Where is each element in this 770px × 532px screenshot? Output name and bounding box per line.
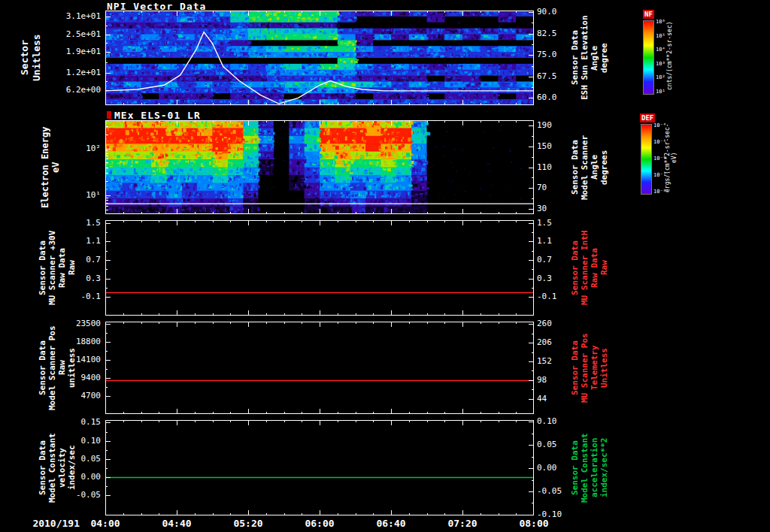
right-axis-tick-label: 1.1 [537, 236, 574, 246]
right-axis-title-line: degrees [599, 120, 609, 214]
x-axis-tick-label: 04:00 [80, 518, 131, 529]
npi-spectrogram-canvas [105, 11, 534, 105]
colorbar-tick-label: 10³ [656, 61, 665, 67]
x-axis-tick-label: 07:20 [437, 518, 488, 529]
right-axis-title-line: ESH Sun Elevation [580, 11, 590, 105]
left-axis-title-line: Raw Data [57, 220, 67, 316]
colorbar-tick-label: 10⁻⁵ [653, 139, 666, 145]
right-axis-tick-label: -0.1 [537, 292, 574, 302]
right-axis-tick-label: 260 [537, 319, 574, 329]
right-axis-title-line: Angle [590, 11, 599, 105]
right-axis-tick-label: 60.0 [537, 92, 574, 103]
right-axis-tick-label: 0.05 [537, 440, 574, 450]
left-axis-title-line: index/sec [67, 420, 77, 515]
def-colorbar-title: DEF [640, 113, 655, 122]
right-axis-tick-label: 67.5 [537, 71, 574, 82]
left-axis-tick-label: 1.9e+01 [51, 47, 101, 57]
model-scanner-pos-plot-canvas [105, 322, 534, 414]
right-axis-tick-label: 0.7 [537, 255, 574, 265]
colorbar-tick-label: 10⁻⁶ [653, 156, 666, 162]
x-axis-tick-label: 04:40 [151, 518, 202, 529]
colorbar-tick-label: 10² [656, 74, 665, 80]
left-axis-title-line: MU Scanner +30V [47, 220, 57, 316]
right-axis-tick-label: 75.0 [537, 50, 574, 60]
right-axis-tick-label: 150 [537, 141, 574, 152]
right-axis-tick-label: 70 [537, 183, 574, 193]
left-axis-title-line: Model Constant [47, 420, 57, 515]
right-axis-title-line: Sensor Data [570, 322, 580, 414]
right-axis-tick-label: 0.10 [537, 416, 574, 427]
left-axis-title-line: Sector [20, 11, 29, 105]
science-multipanel-plot: NPI Vector Data MEx ELS-01 LR NF cnts/(c… [0, 0, 770, 532]
left-axis-tick-label: 3.1e+01 [51, 11, 101, 22]
left-axis-title-line: Model Scanner Pos [47, 322, 57, 414]
left-axis-title-line: velocity [57, 420, 67, 515]
right-axis-title-line: Raw Data [590, 220, 599, 316]
left-axis-title-line: Raw [67, 220, 77, 316]
right-axis-tick-label: 98 [537, 375, 574, 385]
colorbar-tick-label: 10⁵ [656, 33, 665, 39]
right-axis-tick-label: 110 [537, 162, 574, 173]
right-axis-title-line: Sensor Data [570, 420, 580, 515]
right-axis-tick-label: 0.00 [537, 463, 574, 473]
x-axis-tick-label: 06:40 [365, 518, 417, 529]
colorbar-tick-label: 10⁶ [656, 19, 665, 25]
right-axis-title-line: Unitless [599, 322, 609, 414]
colorbar-tick-label: 10⁴ [656, 47, 665, 53]
right-axis-title-line: Telemetry [590, 322, 599, 414]
els-panel-title: MEx ELS-01 LR [114, 110, 201, 121]
right-axis-tick-label: 0.3 [537, 274, 574, 284]
right-axis-title-line: Sensor Data [570, 11, 580, 105]
colorbar-tick-label: 10⁻⁴ [653, 122, 666, 128]
right-axis-title-line: Model Constant [580, 420, 590, 515]
right-axis-tick-label: -0.05 [537, 486, 574, 497]
right-axis-title-line: degree [599, 11, 609, 105]
nf-colorbar-units: cnts/(cm**2-sr-sec) [666, 17, 673, 95]
right-axis-title-line: Angle [590, 120, 599, 214]
right-axis-title-line: MU Scanner IntH [580, 220, 590, 316]
x-axis-date-label: 2010/191 [11, 518, 80, 529]
left-axis-title-line: Sensor Data [38, 322, 47, 414]
mu-scanner-30v-plot-canvas [105, 220, 534, 316]
left-axis-title-line: Sensor Data [38, 420, 47, 515]
left-axis-title-line: Sensor Data [38, 220, 47, 316]
model-constant-velocity-plot-canvas [105, 420, 534, 515]
right-axis-tick-label: 44 [537, 394, 574, 404]
def-colorbar [641, 124, 652, 195]
x-axis-tick-label: 05:20 [223, 518, 274, 529]
left-axis-tick-label: 2.5e+01 [51, 29, 101, 40]
colorbar-tick-label: 10⁻⁷ [653, 172, 666, 178]
left-axis-title-line: unitless [67, 322, 77, 414]
right-axis-title-line: index/sec**2 [599, 420, 609, 515]
right-axis-tick-label: 90.0 [537, 7, 574, 17]
right-axis-tick-label: 82.5 [537, 29, 574, 39]
left-axis-tick-label: 1.2e+01 [51, 68, 101, 78]
right-axis-tick-label: 30 [537, 204, 574, 214]
right-axis-tick-label: 190 [537, 120, 574, 131]
left-axis-tick-label: 6.2e+00 [51, 85, 101, 95]
left-axis-title-line: Unitless [32, 11, 41, 105]
right-axis-title-line: acceleration [590, 420, 599, 515]
right-axis-tick-label: 152 [537, 356, 574, 367]
right-axis-tick-label: 1.5 [537, 218, 574, 228]
nf-colorbar-title: NF [643, 10, 654, 19]
right-axis-title-line: MU Scanner Pos [580, 322, 590, 414]
x-axis-tick-label: 06:00 [294, 518, 345, 529]
right-axis-title-line: Raw [599, 220, 609, 316]
right-axis-title-line: Sensor Data [570, 220, 580, 316]
right-axis-title-line: Model Scanner [580, 120, 590, 214]
x-axis-tick-label: 08:00 [508, 518, 559, 529]
left-axis-title-line: eV [51, 120, 61, 214]
left-axis-title-line: Electron Energy [41, 120, 50, 214]
left-axis-title-line: Raw [57, 322, 67, 414]
nf-colorbar [643, 20, 654, 95]
colorbar-tick-label: 10¹ [656, 89, 665, 95]
right-axis-title-line: Sensor Data [570, 120, 580, 214]
colorbar-tick-label: 10⁻⁸ [653, 189, 666, 195]
els-spectrogram-canvas [105, 120, 534, 214]
right-axis-tick-label: 206 [537, 337, 574, 348]
els-title-marker [107, 111, 111, 119]
